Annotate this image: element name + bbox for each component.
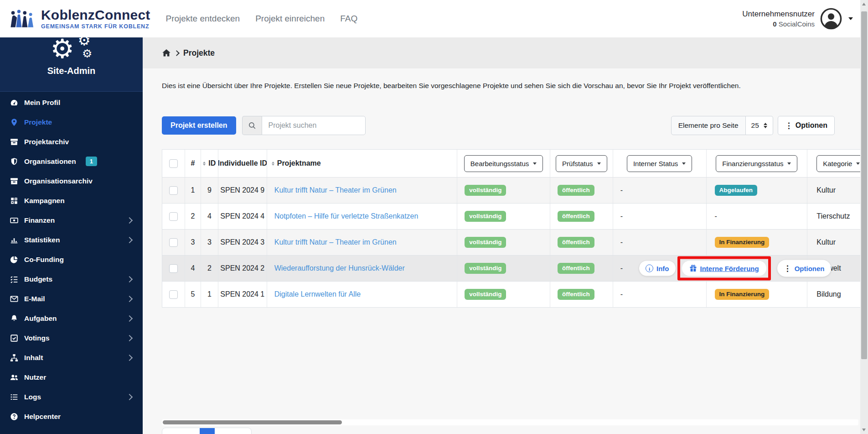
cell-num: 1 — [185, 178, 201, 203]
cell-individual-id: SPEN 2024 2 — [218, 256, 267, 281]
header-interner-status: Interner Status — [613, 150, 707, 177]
sidebar-item-mein-profil[interactable]: Mein Profil — [0, 93, 143, 112]
nav-projekte-entdecken[interactable]: Projekte entdecken — [165, 14, 240, 24]
user-menu[interactable]: Unternehmensnutzer 0 SocialCoins — [742, 8, 860, 30]
row-checkbox[interactable] — [169, 264, 178, 273]
cell-finanzierungsstatus: - — [707, 204, 808, 229]
coins-label: SocialCoins — [779, 20, 815, 28]
breadcrumb-separator-icon — [174, 50, 180, 56]
sidebar-item-label: Projektarchiv — [24, 138, 69, 146]
caret-down-icon — [787, 162, 791, 165]
pagination-current-page[interactable] — [200, 428, 215, 434]
sidebar-item-email[interactable]: E-Mail — [0, 289, 143, 309]
table-row: 3 3 SPEN 2024 3 Kultur trifft Natur – Th… — [162, 229, 860, 255]
status-badge: öffentlich — [558, 211, 594, 222]
search-input[interactable] — [262, 116, 366, 135]
filter-finanzierungsstatus-button[interactable]: Finanzierungsstatus — [716, 155, 797, 172]
row-checkbox[interactable] — [169, 186, 178, 195]
sidebar-item-label: Budgets — [24, 275, 52, 283]
status-badge: In Finanzierung — [715, 289, 770, 300]
horizontal-scrollbar-thumb[interactable] — [163, 420, 342, 424]
cell-id: 1 — [201, 282, 218, 307]
brand-logo[interactable]: KoblenzConnect GEMEINSAM STARK FÜR KOBLE… — [0, 8, 150, 30]
sidebar-item-label: Inhalt — [24, 354, 43, 362]
cell-interner-status: - — [613, 282, 707, 307]
organisationen-count-badge: 1 — [86, 157, 97, 166]
user-name: Unternehmensnutzer — [742, 10, 815, 19]
header-kategorie: Kategorie — [807, 150, 860, 177]
cell-num: 2 — [185, 204, 201, 229]
row-checkbox[interactable] — [169, 238, 178, 247]
project-link[interactable]: Kultur trifft Natur – Theater im Grünen — [274, 238, 397, 246]
filter-kategorie-button[interactable]: Kategorie — [816, 155, 860, 172]
options-button[interactable]: Optionen — [778, 116, 835, 135]
info-button[interactable]: Info — [639, 261, 676, 276]
cell-kategorie: Kultur — [807, 178, 860, 203]
info-button-label: Info — [656, 265, 669, 272]
sidebar-item-aufgaben[interactable]: Aufgaben — [0, 309, 143, 328]
sidebar-item-budgets[interactable]: Budgets — [0, 269, 143, 289]
nav-faq[interactable]: FAQ — [340, 14, 357, 24]
sidebar-item-helpcenter[interactable]: Helpcenter — [0, 407, 143, 426]
header-finanzierungsstatus: Finanzierungsstatus — [707, 150, 808, 177]
archive-icon — [10, 138, 18, 146]
sidebar-item-logs[interactable]: Logs — [0, 387, 143, 407]
avatar[interactable] — [820, 8, 842, 30]
sidebar-item-statistiken[interactable]: Statistiken — [0, 230, 143, 250]
filter-pruefstatus-button[interactable]: Prüfstatus — [556, 155, 607, 172]
vertical-scrollbar[interactable] — [860, 0, 868, 434]
sidebar-item-votings[interactable]: Votings — [0, 328, 143, 348]
scroll-up-icon[interactable] — [862, 3, 866, 5]
home-icon[interactable] — [162, 48, 171, 58]
caret-down-icon — [533, 162, 537, 165]
sitemap-icon — [10, 354, 18, 362]
breadcrumb: Projekte — [143, 37, 860, 68]
project-link[interactable]: Digitale Lernwelten für Alle — [274, 290, 361, 298]
projects-table: # ID Individuelle ID Projektname Bearbei… — [162, 149, 860, 308]
vertical-scrollbar-thumb[interactable] — [861, 11, 867, 359]
project-link[interactable]: Notpfoten – Hilfe für verletzte Straßenk… — [274, 212, 418, 220]
cell-individual-id: SPEN 2024 4 — [218, 204, 267, 229]
per-page-select[interactable]: 25 — [746, 116, 773, 135]
horizontal-scrollbar[interactable] — [162, 419, 858, 425]
sidebar-item-label: Votings — [24, 334, 50, 342]
users-icon — [10, 373, 18, 382]
status-badge: vollständig — [465, 185, 506, 196]
table-row: 1 9 SPEN 2024 9 Kultur trifft Natur – Th… — [162, 177, 860, 203]
nav-projekt-einreichen[interactable]: Projekt einreichen — [255, 14, 325, 24]
row-checkbox[interactable] — [169, 212, 178, 221]
sidebar-item-co-funding[interactable]: Co-Funding — [0, 250, 143, 269]
sidebar-item-projektarchiv[interactable]: Projektarchiv — [0, 132, 143, 152]
sidebar-item-kampagnen[interactable]: Kampagnen — [0, 191, 143, 210]
sidebar-item-organisationen[interactable]: Organisationen 1 — [0, 152, 143, 171]
sidebar-item-label: Co-Funding — [24, 256, 64, 264]
sidebar-item-label: Organisationsarchiv — [24, 177, 93, 185]
sidebar-item-inhalt[interactable]: Inhalt — [0, 348, 143, 367]
sort-icon[interactable] — [272, 162, 274, 166]
sidebar-item-nutzer[interactable]: Nutzer — [0, 367, 143, 387]
sidebar-item-organisationsarchiv[interactable]: Organisationsarchiv — [0, 171, 143, 191]
filter-interner-status-button[interactable]: Interner Status — [627, 155, 692, 172]
sort-icon[interactable] — [203, 162, 206, 166]
chevron-right-icon — [126, 354, 133, 361]
header-pruefstatus: Prüfstatus — [550, 150, 613, 177]
row-options-button[interactable]: Optionen — [777, 260, 831, 277]
project-link[interactable]: Kultur trifft Natur – Theater im Grünen — [274, 186, 397, 194]
project-link[interactable]: Wiederaufforstung der Hunsrück-Wälder — [274, 264, 405, 272]
row-checkbox[interactable] — [169, 290, 178, 299]
sidebar-item-projekte[interactable]: Projekte — [0, 112, 143, 132]
red-highlight-box: Interne Förderung — [677, 256, 771, 281]
cell-kategorie: Tierschutz — [807, 204, 860, 229]
status-badge: öffentlich — [558, 289, 594, 300]
interne-foerderung-label: Interne Förderung — [700, 265, 759, 272]
select-all-checkbox[interactable] — [169, 159, 178, 168]
create-project-button[interactable]: Projekt erstellen — [162, 116, 236, 135]
pagination-prev[interactable] — [162, 428, 200, 434]
filter-bearbeitungsstatus-button[interactable]: Bearbeitungsstatus — [464, 155, 543, 172]
interne-foerderung-button[interactable]: Interne Förderung — [682, 261, 766, 276]
status-badge: vollständig — [465, 289, 506, 300]
pagination-next[interactable] — [215, 428, 251, 434]
sidebar-item-finanzen[interactable]: Finanzen — [0, 210, 143, 230]
user-dropdown-caret-icon[interactable] — [848, 17, 853, 20]
scroll-down-icon[interactable] — [862, 429, 866, 431]
